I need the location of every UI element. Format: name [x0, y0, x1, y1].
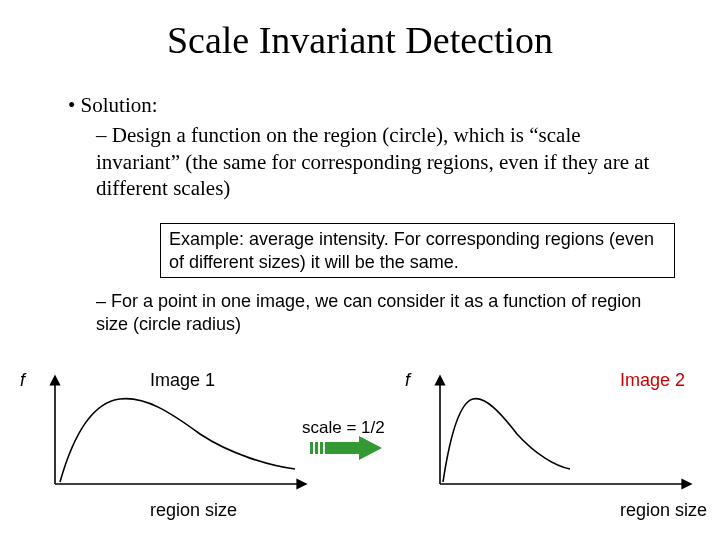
svg-rect-2 — [310, 442, 313, 454]
example-text: Example: average intensity. For correspo… — [169, 229, 654, 272]
dash-design-function: Design a function on the region (circle)… — [96, 122, 668, 201]
svg-marker-6 — [359, 436, 382, 460]
example-box: Example: average intensity. For correspo… — [160, 223, 675, 278]
bullet-solution: Solution: — [68, 92, 668, 118]
chart1-y-label: f — [20, 370, 25, 391]
bullet-list: Solution: Design a function on the regio… — [68, 92, 668, 203]
chart1-plot — [40, 374, 310, 494]
bullet-text: Solution: — [81, 93, 158, 117]
svg-rect-3 — [315, 442, 318, 454]
dash-text: Design a function on the region (circle)… — [96, 123, 649, 200]
svg-rect-4 — [320, 442, 323, 454]
chart2-y-label: f — [405, 370, 410, 391]
chart2-x-label: region size — [620, 500, 707, 521]
scale-label: scale = 1/2 — [302, 418, 385, 438]
dash2-text: For a point in one image, we can conside… — [96, 291, 641, 334]
chart2-plot — [425, 374, 695, 494]
chart1-x-label: region size — [150, 500, 237, 521]
dash-point-function: – For a point in one image, we can consi… — [96, 290, 666, 335]
slide-title: Scale Invariant Detection — [0, 18, 720, 62]
svg-rect-5 — [325, 442, 359, 454]
scale-arrow — [310, 436, 390, 460]
